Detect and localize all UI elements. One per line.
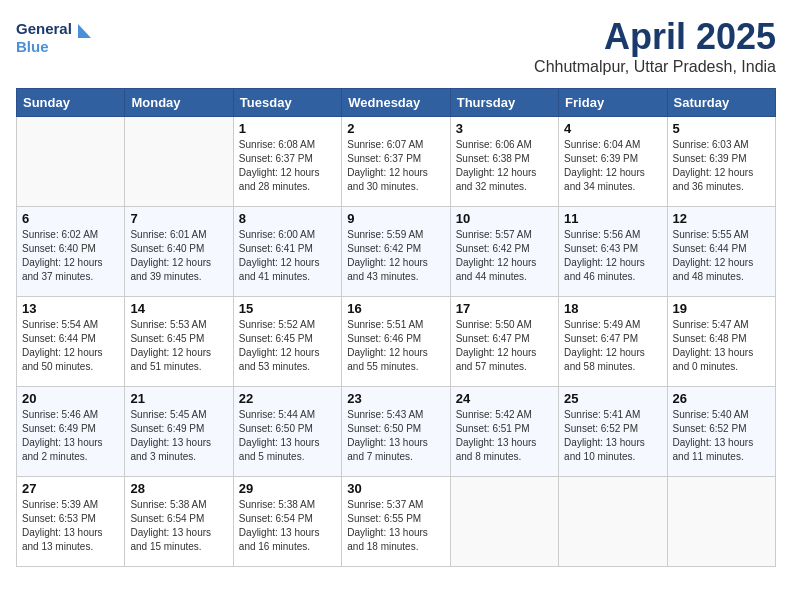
day-number: 8 xyxy=(239,211,336,226)
day-number: 3 xyxy=(456,121,553,136)
calendar-cell: 5Sunrise: 6:03 AM Sunset: 6:39 PM Daylig… xyxy=(667,117,775,207)
day-number: 2 xyxy=(347,121,444,136)
calendar-cell: 11Sunrise: 5:56 AM Sunset: 6:43 PM Dayli… xyxy=(559,207,667,297)
day-info: Sunrise: 5:55 AM Sunset: 6:44 PM Dayligh… xyxy=(673,228,770,284)
day-number: 10 xyxy=(456,211,553,226)
day-number: 15 xyxy=(239,301,336,316)
svg-text:General: General xyxy=(16,20,72,37)
calendar-cell: 18Sunrise: 5:49 AM Sunset: 6:47 PM Dayli… xyxy=(559,297,667,387)
day-number: 5 xyxy=(673,121,770,136)
day-info: Sunrise: 5:41 AM Sunset: 6:52 PM Dayligh… xyxy=(564,408,661,464)
day-info: Sunrise: 5:38 AM Sunset: 6:54 PM Dayligh… xyxy=(130,498,227,554)
calendar-cell: 25Sunrise: 5:41 AM Sunset: 6:52 PM Dayli… xyxy=(559,387,667,477)
day-info: Sunrise: 5:52 AM Sunset: 6:45 PM Dayligh… xyxy=(239,318,336,374)
col-header-wednesday: Wednesday xyxy=(342,89,450,117)
week-row-5: 27Sunrise: 5:39 AM Sunset: 6:53 PM Dayli… xyxy=(17,477,776,567)
day-number: 30 xyxy=(347,481,444,496)
calendar-cell: 28Sunrise: 5:38 AM Sunset: 6:54 PM Dayli… xyxy=(125,477,233,567)
calendar-cell: 6Sunrise: 6:02 AM Sunset: 6:40 PM Daylig… xyxy=(17,207,125,297)
day-number: 12 xyxy=(673,211,770,226)
day-number: 9 xyxy=(347,211,444,226)
day-info: Sunrise: 5:43 AM Sunset: 6:50 PM Dayligh… xyxy=(347,408,444,464)
col-header-monday: Monday xyxy=(125,89,233,117)
calendar-cell: 30Sunrise: 5:37 AM Sunset: 6:55 PM Dayli… xyxy=(342,477,450,567)
day-number: 28 xyxy=(130,481,227,496)
calendar-cell: 20Sunrise: 5:46 AM Sunset: 6:49 PM Dayli… xyxy=(17,387,125,477)
col-header-sunday: Sunday xyxy=(17,89,125,117)
calendar-cell: 26Sunrise: 5:40 AM Sunset: 6:52 PM Dayli… xyxy=(667,387,775,477)
day-number: 17 xyxy=(456,301,553,316)
location-title: Chhutmalpur, Uttar Pradesh, India xyxy=(534,58,776,76)
day-info: Sunrise: 5:54 AM Sunset: 6:44 PM Dayligh… xyxy=(22,318,119,374)
day-info: Sunrise: 5:45 AM Sunset: 6:49 PM Dayligh… xyxy=(130,408,227,464)
day-number: 14 xyxy=(130,301,227,316)
calendar-cell: 22Sunrise: 5:44 AM Sunset: 6:50 PM Dayli… xyxy=(233,387,341,477)
day-info: Sunrise: 5:37 AM Sunset: 6:55 PM Dayligh… xyxy=(347,498,444,554)
day-number: 7 xyxy=(130,211,227,226)
calendar-table: SundayMondayTuesdayWednesdayThursdayFrid… xyxy=(16,88,776,567)
day-info: Sunrise: 5:51 AM Sunset: 6:46 PM Dayligh… xyxy=(347,318,444,374)
svg-text:Blue: Blue xyxy=(16,38,49,55)
calendar-cell: 7Sunrise: 6:01 AM Sunset: 6:40 PM Daylig… xyxy=(125,207,233,297)
day-number: 27 xyxy=(22,481,119,496)
logo-svg: GeneralBlue xyxy=(16,16,96,60)
day-number: 21 xyxy=(130,391,227,406)
day-info: Sunrise: 5:53 AM Sunset: 6:45 PM Dayligh… xyxy=(130,318,227,374)
week-row-1: 1Sunrise: 6:08 AM Sunset: 6:37 PM Daylig… xyxy=(17,117,776,207)
day-info: Sunrise: 5:42 AM Sunset: 6:51 PM Dayligh… xyxy=(456,408,553,464)
calendar-cell: 14Sunrise: 5:53 AM Sunset: 6:45 PM Dayli… xyxy=(125,297,233,387)
calendar-cell: 21Sunrise: 5:45 AM Sunset: 6:49 PM Dayli… xyxy=(125,387,233,477)
calendar-cell: 17Sunrise: 5:50 AM Sunset: 6:47 PM Dayli… xyxy=(450,297,558,387)
week-row-4: 20Sunrise: 5:46 AM Sunset: 6:49 PM Dayli… xyxy=(17,387,776,477)
week-row-3: 13Sunrise: 5:54 AM Sunset: 6:44 PM Dayli… xyxy=(17,297,776,387)
day-info: Sunrise: 5:39 AM Sunset: 6:53 PM Dayligh… xyxy=(22,498,119,554)
svg-marker-2 xyxy=(78,24,91,38)
logo: GeneralBlue xyxy=(16,16,96,60)
day-number: 23 xyxy=(347,391,444,406)
calendar-cell: 15Sunrise: 5:52 AM Sunset: 6:45 PM Dayli… xyxy=(233,297,341,387)
day-number: 11 xyxy=(564,211,661,226)
day-info: Sunrise: 6:01 AM Sunset: 6:40 PM Dayligh… xyxy=(130,228,227,284)
day-number: 6 xyxy=(22,211,119,226)
calendar-cell: 10Sunrise: 5:57 AM Sunset: 6:42 PM Dayli… xyxy=(450,207,558,297)
day-info: Sunrise: 5:56 AM Sunset: 6:43 PM Dayligh… xyxy=(564,228,661,284)
day-number: 4 xyxy=(564,121,661,136)
calendar-cell xyxy=(450,477,558,567)
day-info: Sunrise: 5:57 AM Sunset: 6:42 PM Dayligh… xyxy=(456,228,553,284)
day-info: Sunrise: 5:47 AM Sunset: 6:48 PM Dayligh… xyxy=(673,318,770,374)
col-header-tuesday: Tuesday xyxy=(233,89,341,117)
calendar-cell: 4Sunrise: 6:04 AM Sunset: 6:39 PM Daylig… xyxy=(559,117,667,207)
calendar-cell: 24Sunrise: 5:42 AM Sunset: 6:51 PM Dayli… xyxy=(450,387,558,477)
day-number: 25 xyxy=(564,391,661,406)
col-header-saturday: Saturday xyxy=(667,89,775,117)
calendar-cell xyxy=(125,117,233,207)
day-info: Sunrise: 6:07 AM Sunset: 6:37 PM Dayligh… xyxy=(347,138,444,194)
day-number: 16 xyxy=(347,301,444,316)
day-info: Sunrise: 5:46 AM Sunset: 6:49 PM Dayligh… xyxy=(22,408,119,464)
day-info: Sunrise: 6:06 AM Sunset: 6:38 PM Dayligh… xyxy=(456,138,553,194)
day-number: 19 xyxy=(673,301,770,316)
calendar-cell: 23Sunrise: 5:43 AM Sunset: 6:50 PM Dayli… xyxy=(342,387,450,477)
calendar-cell: 19Sunrise: 5:47 AM Sunset: 6:48 PM Dayli… xyxy=(667,297,775,387)
day-number: 24 xyxy=(456,391,553,406)
calendar-cell: 27Sunrise: 5:39 AM Sunset: 6:53 PM Dayli… xyxy=(17,477,125,567)
day-info: Sunrise: 5:38 AM Sunset: 6:54 PM Dayligh… xyxy=(239,498,336,554)
day-number: 22 xyxy=(239,391,336,406)
header: GeneralBlue April 2025 Chhutmalpur, Utta… xyxy=(16,16,776,76)
calendar-cell xyxy=(667,477,775,567)
calendar-cell: 29Sunrise: 5:38 AM Sunset: 6:54 PM Dayli… xyxy=(233,477,341,567)
month-title: April 2025 xyxy=(534,16,776,58)
title-area: April 2025 Chhutmalpur, Uttar Pradesh, I… xyxy=(534,16,776,76)
day-info: Sunrise: 6:03 AM Sunset: 6:39 PM Dayligh… xyxy=(673,138,770,194)
day-number: 26 xyxy=(673,391,770,406)
calendar-cell: 16Sunrise: 5:51 AM Sunset: 6:46 PM Dayli… xyxy=(342,297,450,387)
day-info: Sunrise: 5:49 AM Sunset: 6:47 PM Dayligh… xyxy=(564,318,661,374)
day-number: 13 xyxy=(22,301,119,316)
calendar-cell: 3Sunrise: 6:06 AM Sunset: 6:38 PM Daylig… xyxy=(450,117,558,207)
day-info: Sunrise: 5:40 AM Sunset: 6:52 PM Dayligh… xyxy=(673,408,770,464)
day-info: Sunrise: 5:59 AM Sunset: 6:42 PM Dayligh… xyxy=(347,228,444,284)
day-info: Sunrise: 6:08 AM Sunset: 6:37 PM Dayligh… xyxy=(239,138,336,194)
day-info: Sunrise: 6:02 AM Sunset: 6:40 PM Dayligh… xyxy=(22,228,119,284)
day-number: 18 xyxy=(564,301,661,316)
calendar-cell: 8Sunrise: 6:00 AM Sunset: 6:41 PM Daylig… xyxy=(233,207,341,297)
